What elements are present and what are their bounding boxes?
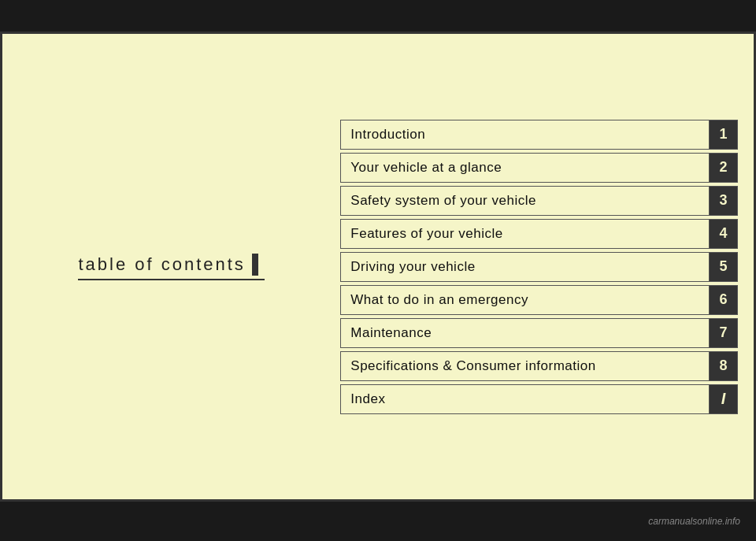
toc-row-specifications[interactable]: Specifications & Consumer information8 <box>340 351 738 381</box>
toc-row-vehicle-glance[interactable]: Your vehicle at a glance2 <box>340 153 738 183</box>
toc-item-index[interactable]: Index <box>340 384 710 414</box>
toc-number-maintenance: 7 <box>710 318 738 348</box>
toc-item-introduction[interactable]: Introduction <box>340 120 710 150</box>
toc-row-maintenance[interactable]: Maintenance7 <box>340 318 738 348</box>
toc-marker <box>252 254 258 276</box>
left-panel: table of contents <box>2 34 340 499</box>
toc-item-driving[interactable]: Driving your vehicle <box>340 252 710 282</box>
toc-row-introduction[interactable]: Introduction1 <box>340 120 738 150</box>
toc-item-specifications[interactable]: Specifications & Consumer information <box>340 351 710 381</box>
toc-row-index[interactable]: IndexI <box>340 384 738 414</box>
toc-number-driving: 5 <box>710 252 738 282</box>
toc-number-vehicle-glance: 2 <box>710 153 738 183</box>
toc-list: Introduction1Your vehicle at a glance2Sa… <box>340 112 754 422</box>
toc-title-text: table of contents <box>78 254 245 275</box>
toc-title: table of contents <box>78 254 264 280</box>
toc-number-features: 4 <box>710 219 738 249</box>
toc-row-emergency[interactable]: What to do in an emergency6 <box>340 285 738 315</box>
bottom-bar: carmanualsonline.info <box>0 502 756 541</box>
toc-item-safety-system[interactable]: Safety system of your vehicle <box>340 186 710 216</box>
toc-number-index: I <box>710 384 738 414</box>
toc-item-features[interactable]: Features of your vehicle <box>340 219 710 249</box>
toc-number-emergency: 6 <box>710 285 738 315</box>
main-content: table of contents Introduction1Your vehi… <box>0 31 756 502</box>
toc-item-maintenance[interactable]: Maintenance <box>340 318 710 348</box>
top-bar <box>0 0 756 31</box>
toc-item-emergency[interactable]: What to do in an emergency <box>340 285 710 315</box>
toc-number-safety-system: 3 <box>710 186 738 216</box>
toc-number-introduction: 1 <box>710 120 738 150</box>
toc-number-specifications: 8 <box>710 351 738 381</box>
toc-row-features[interactable]: Features of your vehicle4 <box>340 219 738 249</box>
toc-row-driving[interactable]: Driving your vehicle5 <box>340 252 738 282</box>
toc-item-vehicle-glance[interactable]: Your vehicle at a glance <box>340 153 710 183</box>
toc-row-safety-system[interactable]: Safety system of your vehicle3 <box>340 186 738 216</box>
watermark-text: carmanualsonline.info <box>648 516 740 527</box>
